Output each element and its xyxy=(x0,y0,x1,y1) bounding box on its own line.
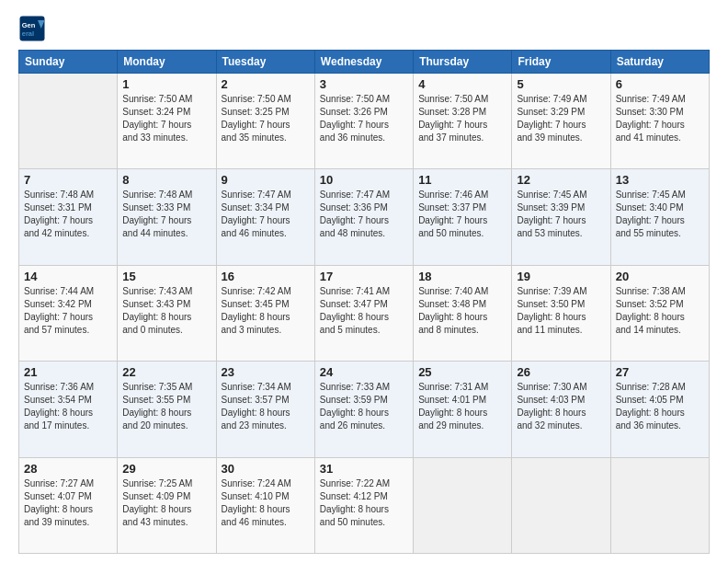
day-number: 27 xyxy=(616,365,704,379)
day-cell-28: 28Sunrise: 7:27 AMSunset: 4:07 PMDayligh… xyxy=(19,457,118,553)
logo-icon: Gen eral xyxy=(18,15,46,42)
calendar-table: SundayMondayTuesdayWednesdayThursdayFrid… xyxy=(18,50,710,554)
day-number: 29 xyxy=(122,462,210,476)
day-cell-19: 19Sunrise: 7:39 AMSunset: 3:50 PMDayligh… xyxy=(512,265,610,361)
day-info: Sunrise: 7:47 AMSunset: 3:36 PMDaylight:… xyxy=(320,189,408,240)
day-number: 3 xyxy=(320,77,408,91)
day-info: Sunrise: 7:48 AMSunset: 3:33 PMDaylight:… xyxy=(122,189,210,240)
day-number: 11 xyxy=(418,173,506,187)
week-row-4: 21Sunrise: 7:36 AMSunset: 3:54 PMDayligh… xyxy=(19,362,710,457)
day-cell-30: 30Sunrise: 7:24 AMSunset: 4:10 PMDayligh… xyxy=(216,457,314,553)
day-cell-3: 3Sunrise: 7:50 AMSunset: 3:26 PMDaylight… xyxy=(314,74,413,169)
day-cell-21: 21Sunrise: 7:36 AMSunset: 3:54 PMDayligh… xyxy=(19,362,118,457)
day-info: Sunrise: 7:38 AMSunset: 3:52 PMDaylight:… xyxy=(616,285,704,337)
day-info: Sunrise: 7:50 AMSunset: 3:28 PMDaylight:… xyxy=(418,93,506,144)
day-info: Sunrise: 7:34 AMSunset: 3:57 PMDaylight:… xyxy=(222,381,310,432)
day-number: 21 xyxy=(24,365,112,379)
week-row-5: 28Sunrise: 7:27 AMSunset: 4:07 PMDayligh… xyxy=(19,457,710,553)
day-info: Sunrise: 7:41 AMSunset: 3:47 PMDaylight:… xyxy=(320,285,408,337)
weekday-header-row: SundayMondayTuesdayWednesdayThursdayFrid… xyxy=(19,51,710,74)
header: Gen eral xyxy=(18,15,710,42)
day-number: 15 xyxy=(122,270,210,283)
day-info: Sunrise: 7:36 AMSunset: 3:54 PMDaylight:… xyxy=(24,381,112,432)
week-row-2: 7Sunrise: 7:48 AMSunset: 3:31 PMDaylight… xyxy=(19,169,710,265)
day-number: 28 xyxy=(24,462,112,476)
day-cell-27: 27Sunrise: 7:28 AMSunset: 4:05 PMDayligh… xyxy=(610,362,709,457)
day-info: Sunrise: 7:42 AMSunset: 3:45 PMDaylight:… xyxy=(222,285,310,337)
day-number: 2 xyxy=(222,77,310,91)
weekday-header-saturday: Saturday xyxy=(610,51,709,74)
day-info: Sunrise: 7:45 AMSunset: 3:39 PMDaylight:… xyxy=(517,189,605,240)
week-row-3: 14Sunrise: 7:44 AMSunset: 3:42 PMDayligh… xyxy=(19,265,710,361)
weekday-header-friday: Friday xyxy=(512,51,610,74)
day-number: 10 xyxy=(320,173,408,187)
day-cell-11: 11Sunrise: 7:46 AMSunset: 3:37 PMDayligh… xyxy=(414,169,512,265)
day-cell-31: 31Sunrise: 7:22 AMSunset: 4:12 PMDayligh… xyxy=(314,457,413,553)
svg-text:eral: eral xyxy=(22,29,34,38)
day-cell-13: 13Sunrise: 7:45 AMSunset: 3:40 PMDayligh… xyxy=(610,169,709,265)
day-cell-10: 10Sunrise: 7:47 AMSunset: 3:36 PMDayligh… xyxy=(314,169,413,265)
day-cell-12: 12Sunrise: 7:45 AMSunset: 3:39 PMDayligh… xyxy=(512,169,610,265)
day-number: 13 xyxy=(616,173,704,187)
day-info: Sunrise: 7:50 AMSunset: 3:25 PMDaylight:… xyxy=(222,93,310,144)
day-info: Sunrise: 7:28 AMSunset: 4:05 PMDaylight:… xyxy=(616,381,704,432)
day-cell-20: 20Sunrise: 7:38 AMSunset: 3:52 PMDayligh… xyxy=(610,265,709,361)
day-cell-1: 1Sunrise: 7:50 AMSunset: 3:24 PMDaylight… xyxy=(118,74,216,169)
day-info: Sunrise: 7:40 AMSunset: 3:48 PMDaylight:… xyxy=(418,285,506,337)
week-row-1: 1Sunrise: 7:50 AMSunset: 3:24 PMDaylight… xyxy=(19,74,710,169)
empty-cell xyxy=(19,74,118,169)
svg-text:Gen: Gen xyxy=(22,21,36,29)
day-cell-5: 5Sunrise: 7:49 AMSunset: 3:29 PMDaylight… xyxy=(512,74,610,169)
day-cell-18: 18Sunrise: 7:40 AMSunset: 3:48 PMDayligh… xyxy=(414,265,512,361)
day-info: Sunrise: 7:43 AMSunset: 3:43 PMDaylight:… xyxy=(122,285,210,337)
day-number: 18 xyxy=(418,270,506,283)
day-number: 1 xyxy=(122,77,210,91)
day-cell-9: 9Sunrise: 7:47 AMSunset: 3:34 PMDaylight… xyxy=(216,169,314,265)
day-number: 22 xyxy=(122,365,210,379)
day-number: 12 xyxy=(517,173,605,187)
day-info: Sunrise: 7:45 AMSunset: 3:40 PMDaylight:… xyxy=(616,189,704,240)
day-number: 31 xyxy=(320,462,408,476)
day-number: 25 xyxy=(418,365,506,379)
empty-cell xyxy=(414,457,512,553)
day-cell-7: 7Sunrise: 7:48 AMSunset: 3:31 PMDaylight… xyxy=(19,169,118,265)
day-info: Sunrise: 7:25 AMSunset: 4:09 PMDaylight:… xyxy=(122,477,210,529)
weekday-header-sunday: Sunday xyxy=(19,51,118,74)
day-number: 6 xyxy=(616,77,704,91)
day-cell-24: 24Sunrise: 7:33 AMSunset: 3:59 PMDayligh… xyxy=(314,362,413,457)
day-info: Sunrise: 7:39 AMSunset: 3:50 PMDaylight:… xyxy=(517,285,605,337)
day-number: 19 xyxy=(517,270,605,283)
weekday-header-tuesday: Tuesday xyxy=(216,51,314,74)
day-number: 5 xyxy=(517,77,605,91)
day-number: 17 xyxy=(320,270,408,283)
day-info: Sunrise: 7:31 AMSunset: 4:01 PMDaylight:… xyxy=(418,381,506,432)
day-info: Sunrise: 7:44 AMSunset: 3:42 PMDaylight:… xyxy=(24,285,112,337)
day-number: 24 xyxy=(320,365,408,379)
page: Gen eral SundayMondayTuesdayWednesdayThu… xyxy=(0,0,728,563)
day-number: 9 xyxy=(222,173,310,187)
day-cell-8: 8Sunrise: 7:48 AMSunset: 3:33 PMDaylight… xyxy=(118,169,216,265)
day-cell-15: 15Sunrise: 7:43 AMSunset: 3:43 PMDayligh… xyxy=(118,265,216,361)
day-cell-16: 16Sunrise: 7:42 AMSunset: 3:45 PMDayligh… xyxy=(216,265,314,361)
day-cell-22: 22Sunrise: 7:35 AMSunset: 3:55 PMDayligh… xyxy=(118,362,216,457)
logo: Gen eral xyxy=(18,15,50,42)
day-info: Sunrise: 7:48 AMSunset: 3:31 PMDaylight:… xyxy=(24,189,112,240)
day-info: Sunrise: 7:49 AMSunset: 3:29 PMDaylight:… xyxy=(517,93,605,144)
day-info: Sunrise: 7:50 AMSunset: 3:26 PMDaylight:… xyxy=(320,93,408,144)
day-info: Sunrise: 7:50 AMSunset: 3:24 PMDaylight:… xyxy=(122,93,210,144)
day-cell-2: 2Sunrise: 7:50 AMSunset: 3:25 PMDaylight… xyxy=(216,74,314,169)
day-number: 30 xyxy=(222,462,310,476)
day-cell-6: 6Sunrise: 7:49 AMSunset: 3:30 PMDaylight… xyxy=(610,74,709,169)
day-info: Sunrise: 7:49 AMSunset: 3:30 PMDaylight:… xyxy=(616,93,704,144)
day-number: 7 xyxy=(24,173,112,187)
day-info: Sunrise: 7:35 AMSunset: 3:55 PMDaylight:… xyxy=(122,381,210,432)
day-info: Sunrise: 7:24 AMSunset: 4:10 PMDaylight:… xyxy=(222,477,310,529)
day-cell-17: 17Sunrise: 7:41 AMSunset: 3:47 PMDayligh… xyxy=(314,265,413,361)
day-number: 20 xyxy=(616,270,704,283)
day-info: Sunrise: 7:47 AMSunset: 3:34 PMDaylight:… xyxy=(222,189,310,240)
day-number: 16 xyxy=(222,270,310,283)
day-number: 4 xyxy=(418,77,506,91)
day-cell-23: 23Sunrise: 7:34 AMSunset: 3:57 PMDayligh… xyxy=(216,362,314,457)
day-info: Sunrise: 7:30 AMSunset: 4:03 PMDaylight:… xyxy=(517,381,605,432)
empty-cell xyxy=(512,457,610,553)
